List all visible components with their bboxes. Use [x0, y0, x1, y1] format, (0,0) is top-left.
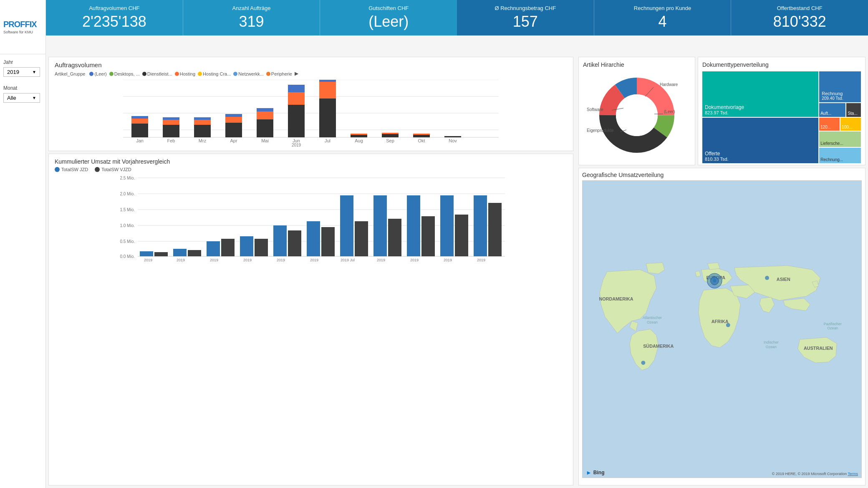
- jahr-value: 2019: [7, 69, 19, 75]
- svg-point-129: [713, 279, 716, 283]
- svg-rect-41: [413, 134, 430, 135]
- monat-value: Alle: [7, 95, 16, 101]
- svg-text:Apr: Apr: [230, 138, 237, 143]
- jahr-select[interactable]: 2019 ▼: [3, 67, 40, 77]
- svg-rect-10: [163, 120, 179, 125]
- svg-rect-34: [351, 135, 367, 137]
- svg-rect-37: [382, 134, 399, 137]
- svg-text:Nov: Nov: [449, 138, 457, 143]
- svg-text:Jan: Jan: [145, 261, 151, 262]
- svg-rect-84: [373, 195, 387, 256]
- legend-more-icon[interactable]: ▶: [295, 71, 298, 76]
- svg-rect-32: [319, 80, 336, 82]
- svg-rect-97: [488, 203, 502, 256]
- svg-rect-9: [163, 125, 179, 137]
- map-terms-link[interactable]: Terms: [848, 472, 858, 476]
- svg-rect-7: [131, 116, 148, 119]
- svg-text:SÜDAMERIKA: SÜDAMERIKA: [643, 344, 674, 349]
- svg-text:Mrz: Mrz: [199, 138, 207, 143]
- artikel-hirarchie-title: Artikel Hirarchie: [583, 61, 691, 68]
- monat-filter-label: Monat: [3, 85, 42, 91]
- bing-icon: ►: [586, 469, 592, 476]
- svg-rect-6: [131, 119, 148, 124]
- kpi-value-auftragsvolumen: 2'235'138: [52, 13, 177, 30]
- svg-rect-85: [388, 219, 401, 256]
- logo-area: PROFFIX Software für KMU: [0, 0, 46, 54]
- kpi-label-auftragsvolumen: Auftragvolumen CHF: [52, 5, 177, 11]
- svg-text:2019 Jul: 2019 Jul: [341, 258, 355, 262]
- svg-text:Eigenprodukte: Eigenprodukte: [587, 128, 614, 133]
- svg-text:Pazifischer: Pazifischer: [824, 322, 842, 326]
- svg-rect-30: [319, 99, 336, 137]
- svg-text:Feb: Feb: [167, 138, 175, 143]
- svg-rect-69: [240, 236, 253, 256]
- kpi-value-gutschiften: (Leer): [326, 13, 451, 30]
- svg-text:Feb: Feb: [177, 261, 184, 262]
- svg-rect-93: [455, 215, 468, 256]
- auftragsvolumen-legend: Artikel_Gruppe (Leer) Desktops, ... Dien…: [55, 71, 567, 76]
- legend-item-desktops: Desktops, ...: [109, 71, 140, 76]
- map-copyright: © 2019 HERE, © 2019 Microsoft Corporatio…: [772, 472, 847, 476]
- monat-select[interactable]: Alle ▼: [3, 93, 40, 103]
- kpi-value-anzahl: 319: [189, 13, 314, 30]
- svg-rect-73: [273, 225, 287, 256]
- artikel-hirarchie-section: Artikel Hirarchie: [578, 57, 695, 165]
- svg-rect-82: [355, 221, 368, 256]
- svg-text:Ozean: Ozean: [647, 320, 658, 324]
- svg-rect-11: [163, 117, 179, 120]
- kpi-label-offertbestand: Offertbestand CHF: [737, 5, 862, 11]
- svg-text:ASIEN: ASIEN: [777, 277, 790, 282]
- kumuliert-title: Kummulierter Umsatz mit Vorjahresverglei…: [55, 158, 567, 165]
- auftragsvolumen-section: Auftragsvolumen Artikel_Gruppe (Leer) De…: [48, 57, 573, 151]
- svg-text:Hardware: Hardware: [660, 82, 678, 87]
- kumuliert-section: Kummulierter Umsatz mit Vorjahresverglei…: [48, 154, 573, 485]
- dokumenttypen-title: Dokumenttypenverteilung: [702, 61, 861, 68]
- svg-rect-25: [288, 105, 305, 137]
- svg-text:Indischer: Indischer: [764, 340, 779, 344]
- kumuliert-chart: 2.5 Mio. 2.0 Mio. 1.5 Mio. 1.0 Mio. 0.5 …: [55, 174, 567, 258]
- svg-text:Software: Software: [587, 107, 603, 112]
- treemap-120: 120...: [819, 118, 840, 131]
- svg-rect-62: [188, 250, 201, 256]
- kpi-value-rechnungsbetrag: 157: [463, 13, 588, 30]
- svg-rect-21: [257, 119, 273, 137]
- kumuliert-legend: TotalSW JZD TotalSW VJZD: [55, 167, 567, 172]
- map-container: NORDAMERIKA EUROPA ASIEN SÜDAMERIKA AFRI…: [582, 180, 862, 478]
- legend-item-peripherie: Peripherie: [266, 71, 292, 76]
- svg-rect-58: [154, 252, 168, 256]
- treemap-100: 100...: [840, 118, 861, 131]
- treemap-rechnungsmini: Rechnung...: [819, 148, 861, 163]
- svg-text:Ozean: Ozean: [827, 326, 838, 330]
- kpi-item-anzahl: Anzahl Aufträge 319: [183, 0, 320, 35]
- svg-rect-5: [131, 124, 148, 137]
- treemap-rechnung: Rechnung 209.40 Tsd.: [819, 71, 861, 102]
- svg-text:2019: 2019: [292, 143, 301, 147]
- svg-text:Apr: Apr: [245, 261, 250, 262]
- legend-item-hosting: Hosting: [175, 71, 195, 76]
- jahr-filter-label: Jahr: [3, 59, 42, 65]
- svg-rect-23: [257, 108, 273, 111]
- svg-text:Atlantischer: Atlantischer: [643, 316, 662, 320]
- svg-text:1.5 Mio.: 1.5 Mio.: [120, 207, 135, 212]
- svg-text:NORDAMERIKA: NORDAMERIKA: [599, 296, 633, 301]
- svg-rect-35: [351, 134, 367, 135]
- svg-rect-88: [407, 195, 420, 256]
- svg-rect-26: [288, 92, 305, 105]
- svg-text:AFRIKA: AFRIKA: [712, 319, 729, 324]
- chevron-down-icon: ▼: [32, 70, 36, 74]
- svg-text:Jun: Jun: [311, 261, 318, 262]
- svg-rect-31: [319, 82, 336, 99]
- svg-rect-77: [307, 221, 320, 256]
- svg-rect-70: [255, 239, 268, 256]
- logo-subtitle: Software für KMU: [3, 30, 42, 34]
- svg-point-131: [726, 323, 730, 327]
- kpi-label-anzahl: Anzahl Aufträge: [189, 5, 314, 11]
- filter-sidebar: Jahr 2019 ▼ Monat Alle ▼: [0, 54, 46, 488]
- legend-item-netzwerk: Netzwerkk...: [233, 71, 264, 76]
- svg-rect-66: [221, 239, 235, 256]
- svg-text:Jan: Jan: [136, 138, 144, 143]
- svg-rect-15: [194, 117, 211, 120]
- svg-text:Okt: Okt: [445, 261, 451, 262]
- kpi-item-gutschiften: Gutschiften CHF (Leer): [320, 0, 457, 35]
- legend-item-leer: (Leer): [89, 71, 106, 76]
